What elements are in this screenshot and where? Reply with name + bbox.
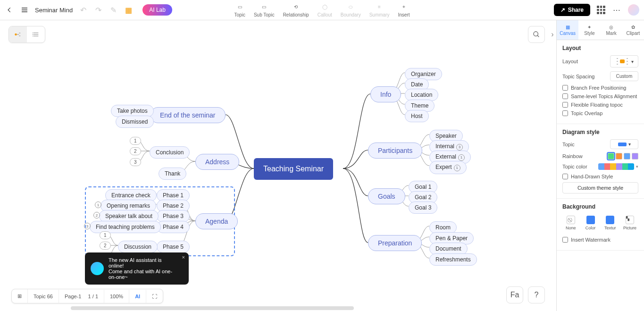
brush-icon[interactable]: ✎ [109,5,118,15]
leaf[interactable]: Conclusion [150,146,190,159]
canvas-icon: ▦ [566,25,570,30]
share-icon: ↗ [560,7,565,13]
badge: 3 [84,223,91,229]
tab-canvas[interactable]: ▦Canvas [557,20,578,40]
svg-rect-5 [620,59,625,63]
bot-icon [91,262,104,275]
bg-picture[interactable]: ▚Picture [621,214,638,232]
spacing-select[interactable]: Custom [610,71,638,81]
rainbow-opt[interactable] [616,153,622,160]
paint-icon[interactable]: ▦ [124,5,133,15]
undo-icon[interactable]: ↶ [78,5,88,15]
boundary-tool[interactable]: ⬭Boundary [341,3,361,17]
check-bfp[interactable]: Branch Free Positioning [562,85,638,91]
bg-texture[interactable]: Textur [602,214,619,232]
branch-end[interactable]: End of the seminar [150,107,226,123]
branch-preparation[interactable]: Preparation [368,235,422,251]
branch-info[interactable]: Info [370,86,401,102]
leaf[interactable]: 2 [100,242,111,250]
rainbow-opt[interactable] [624,153,630,160]
leaf[interactable]: Discussion [118,241,158,253]
layout-heading: Layout [562,45,638,51]
style-icon: ✦ [587,25,591,30]
check-ovl[interactable]: Topic Overlap [562,110,638,116]
font-icon[interactable]: Fa [506,286,523,303]
ai-lab-button[interactable]: AI Lab [142,4,172,16]
mark-icon: ◎ [609,25,613,30]
ai-button[interactable]: AI [129,290,146,303]
leaf[interactable]: 1 [100,231,111,239]
leaf[interactable]: Goal 3 [409,202,437,214]
tab-style[interactable]: ✦Style [578,20,600,40]
tab-mark[interactable]: ◎Mark [601,20,622,40]
fullscreen-icon[interactable]: ⛶ [146,290,163,303]
bottom-bar: ⊞ Topic 66 Page-1 1 / 1 100% AI ⛶ [11,289,163,303]
subtopic-tool[interactable]: ▭Sub Topic [254,3,275,17]
rainbow-swatches [608,153,638,160]
horizontal-scrollbar[interactable] [71,306,354,310]
bg-color[interactable]: Color [582,214,599,232]
callout-tool[interactable]: ◯Callout [318,3,332,17]
rainbow-opt[interactable] [608,153,614,160]
topic-tool[interactable]: ▭Topic [234,3,245,17]
page-indicator[interactable]: Page-1 1 / 1 [59,290,104,303]
bg-heading: Background [562,203,638,210]
branch-agenda[interactable]: Agenda [195,213,238,229]
bg-none[interactable]: ⃠None [562,214,579,232]
leaf[interactable]: Refreshments [429,253,477,266]
relationship-tool[interactable]: ⟲Relationship [283,3,309,17]
document-title: Seminar Mind [35,7,73,14]
rainbow-opt[interactable] [632,153,638,160]
leaf[interactable]: 2 [130,147,141,155]
share-button[interactable]: ↗Share [554,4,590,16]
chevron-down-icon[interactable]: ▾ [636,164,638,169]
right-panel: ▦Canvas ✦Style ◎Mark ✿Clipart Layout Lay… [556,20,644,311]
leaf[interactable]: Thank [159,168,186,180]
ai-toast: The new AI assistant is online! Come and… [85,252,189,285]
layout-select[interactable]: ▾ [610,55,638,67]
root-node[interactable]: Teaching Seminar [254,158,333,180]
avatar[interactable] [628,4,639,16]
badge: 1 [95,202,101,208]
diagram-heading: Diagram style [562,129,638,135]
custom-theme-button[interactable]: Custom theme style [562,182,638,193]
leaf[interactable]: Find teaching problems [90,221,161,233]
badge: 2 [93,212,100,219]
zoom-level[interactable]: 100% [104,290,129,303]
topic-count[interactable]: Topic 66 [28,290,59,303]
summary-tool[interactable]: ≡Summary [369,3,390,17]
clipart-icon: ✿ [631,25,635,30]
redo-icon[interactable]: ↷ [93,5,103,15]
branch-goals[interactable]: Goals [368,188,405,204]
branch-address[interactable]: Address [195,154,239,170]
leaf[interactable]: 3 [130,158,141,166]
canvas[interactable]: Teaching Seminar Info Organizer Date Loc… [0,20,556,311]
check-hand[interactable]: Hand-Drawn Style [562,174,638,179]
close-icon[interactable]: × [182,254,185,260]
branch-participants[interactable]: Participants [368,143,422,159]
color-palette[interactable] [598,163,634,170]
check-fft[interactable]: Flexible Floating topoc [562,102,638,108]
more-icon[interactable]: ⋯ [612,5,621,15]
apps-icon[interactable] [597,6,605,14]
help-icon[interactable]: ? [528,286,545,303]
leaf[interactable]: Host [405,110,429,122]
leaf[interactable]: Phase 5 [157,241,190,253]
check-watermark[interactable]: Insert Watermark [562,237,638,243]
check-sla[interactable]: Same-level Topics Alignment [562,93,638,99]
leaf[interactable]: Phase 4 [157,221,190,233]
leaf[interactable]: Dismissed [116,116,154,128]
map-icon[interactable]: ⊞ [12,289,28,303]
leaf[interactable]: Expert1 [429,161,467,174]
leaf[interactable]: 1 [130,137,141,145]
back-icon[interactable] [5,5,14,15]
insert-tool[interactable]: +Insert [398,3,410,17]
topic-style-select[interactable]: ▾ [610,139,638,149]
tab-clipart[interactable]: ✿Clipart [622,20,644,40]
menu-icon[interactable] [20,5,29,15]
